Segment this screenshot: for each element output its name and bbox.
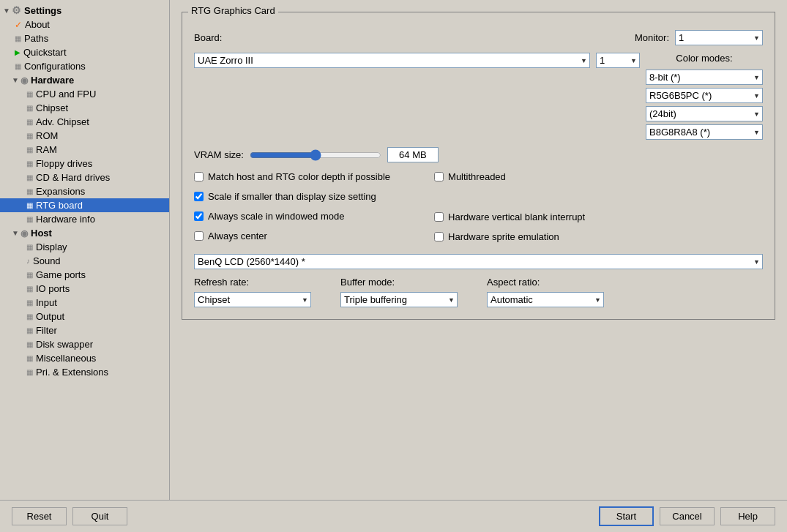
sidebar-item-cd[interactable]: ▦ CD & Hard drives <box>0 171 169 184</box>
hwinfo-icon: ▦ <box>26 215 33 223</box>
sidebar-item-input[interactable]: ▦ Input <box>0 296 169 310</box>
sidebar-item-about[interactable]: ✓ About <box>0 18 169 31</box>
content-area: RTG Graphics Card Board: Monitor: 1 UAE … <box>170 0 787 500</box>
display-select[interactable]: BenQ LCD (2560*1440) * <box>194 254 763 269</box>
sidebar-group-hardware[interactable]: ▼ ◉ Hardware <box>0 73 169 87</box>
buffer-select-wrapper: No buffer Single buffer Double buffering… <box>340 292 458 307</box>
checkbox-always-center[interactable] <box>194 231 204 241</box>
checkbox-hw-sprite[interactable] <box>434 232 444 241</box>
sidebar-group-host-label: Host <box>31 228 52 239</box>
checkbox-match-host-label: Match host and RTG color depth if possib… <box>208 171 390 182</box>
sidebar-item-adv-chipset[interactable]: ▦ Adv. Chipset <box>0 115 169 129</box>
settings-icon: ⚙ <box>12 4 21 16</box>
color-mode-4-select[interactable]: B8G8R8A8 (*) <box>646 124 763 140</box>
cpu-icon: ▦ <box>26 90 33 98</box>
sidebar-item-floppy[interactable]: ▦ Floppy drives <box>0 157 169 171</box>
checkbox-hw-sprite-label: Hardware sprite emulation <box>448 231 559 242</box>
output-icon: ▦ <box>26 312 33 321</box>
color-mode-2-select[interactable]: R5G6B5PC (*) <box>646 88 763 103</box>
display-select-row: BenQ LCD (2560*1440) * <box>194 254 763 269</box>
aspect-select[interactable]: Automatic None 4:3 16:9 <box>487 292 604 307</box>
sidebar-item-disk-swapper[interactable]: ▦ Disk swapper <box>0 337 169 351</box>
sidebar-item-quickstart[interactable]: ▶ Quickstart <box>0 45 169 59</box>
checkbox-scale-smaller-label: Scale if smaller than display size setti… <box>208 191 376 202</box>
sidebar-settings-header[interactable]: ▼ ⚙ Settings <box>0 3 169 18</box>
start-button[interactable]: Start <box>599 506 654 526</box>
cancel-button[interactable]: Cancel <box>660 507 715 525</box>
host-icon: ◉ <box>20 228 28 239</box>
help-button[interactable]: Help <box>720 507 775 525</box>
about-icon: ✓ <box>15 20 22 30</box>
color-mode-1-select[interactable]: 8-bit (*) <box>646 70 763 85</box>
monitor-select[interactable]: 1 <box>675 30 763 45</box>
checkbox-match-host[interactable] <box>194 172 204 181</box>
sidebar-item-output[interactable]: ▦ Output <box>0 310 169 323</box>
aspect-select-wrapper: Automatic None 4:3 16:9 <box>487 292 604 307</box>
color-mode-1-wrapper: 8-bit (*) <box>646 70 763 85</box>
aspect-label: Aspect ratio: <box>487 277 604 288</box>
sidebar-item-misc[interactable]: ▦ Miscellaneous <box>0 351 169 365</box>
sidebar-item-gameports[interactable]: ▦ Game ports <box>0 268 169 282</box>
board-label: Board: <box>194 32 222 43</box>
refresh-label: Refresh rate: <box>194 277 311 288</box>
expansions-icon: ▦ <box>26 187 33 195</box>
buffer-select[interactable]: No buffer Single buffer Double buffering… <box>340 292 458 307</box>
quit-button[interactable]: Quit <box>72 507 127 525</box>
sidebar-item-rtg[interactable]: ▦ RTG board <box>0 198 169 212</box>
checkbox-always-scale[interactable] <box>194 211 204 221</box>
monitor2-select[interactable]: 1 <box>596 53 640 68</box>
pri-icon: ▦ <box>26 368 33 376</box>
vram-slider[interactable] <box>250 149 381 161</box>
sidebar-item-cpu[interactable]: ▦ CPU and FPU <box>0 87 169 101</box>
cd-icon: ▦ <box>26 173 33 181</box>
checkbox-hw-vblank[interactable] <box>434 212 444 222</box>
sidebar-item-configurations[interactable]: ▦ Configurations <box>0 59 169 73</box>
board-select[interactable]: UAE Zorro III <box>194 53 590 68</box>
sidebar-item-chipset-label: Chipset <box>36 102 68 113</box>
board-select-wrapper: UAE Zorro III <box>194 53 590 68</box>
checkbox-multithreaded[interactable] <box>434 172 444 181</box>
sidebar-item-io-label: IO ports <box>36 283 70 294</box>
misc-icon: ▦ <box>26 354 33 362</box>
sidebar-item-hwinfo-label: Hardware info <box>36 214 95 225</box>
checkbox-always-scale-row: Always scale in windowed mode <box>194 211 390 222</box>
host-arrow: ▼ <box>12 229 20 237</box>
sidebar-item-expansions[interactable]: ▦ Expansions <box>0 184 169 198</box>
checkbox-hw-vblank-label: Hardware vertical blank interrupt <box>448 211 585 222</box>
sidebar-item-io[interactable]: ▦ IO ports <box>0 282 169 296</box>
sidebar-item-gameports-label: Game ports <box>36 269 86 280</box>
settings-label: Settings <box>24 5 61 16</box>
sidebar-item-cd-label: CD & Hard drives <box>36 172 110 183</box>
checkbox-always-center-row: Always center <box>194 231 390 241</box>
reset-button[interactable]: Reset <box>12 507 67 525</box>
checkbox-multithreaded-label: Multithreaded <box>448 171 506 182</box>
sidebar-item-chipset[interactable]: ▦ Chipset <box>0 101 169 115</box>
color-mode-3-select[interactable]: (24bit) <box>646 106 763 121</box>
bottom-bar: Reset Quit Start Cancel Help <box>0 500 787 532</box>
monitor-select-wrapper: 1 <box>675 30 763 45</box>
checkbox-scale-smaller-row: Scale if smaller than display size setti… <box>194 191 390 202</box>
sidebar-item-rtg-label: RTG board <box>36 200 83 211</box>
ram-icon: ▦ <box>26 146 33 154</box>
refresh-select[interactable]: Chipset 50Hz 60Hz 75Hz 100Hz <box>194 292 311 307</box>
color-mode-2-wrapper: R5G6B5PC (*) <box>646 88 763 103</box>
checkbox-match-host-row: Match host and RTG color depth if possib… <box>194 171 390 182</box>
color-modes-label: Color modes: <box>676 53 732 64</box>
sidebar-item-paths[interactable]: ▦ Paths <box>0 31 169 45</box>
checkbox-always-scale-label: Always scale in windowed mode <box>208 211 344 222</box>
sidebar-item-filter[interactable]: ▦ Filter <box>0 323 169 337</box>
sidebar-item-pri[interactable]: ▦ Pri. & Extensions <box>0 365 169 379</box>
filter-icon: ▦ <box>26 326 33 334</box>
sidebar-item-ram[interactable]: ▦ RAM <box>0 143 169 157</box>
checkbox-scale-smaller[interactable] <box>194 192 204 201</box>
sidebar-item-display[interactable]: ▦ Display <box>0 240 169 254</box>
checkbox-always-center-label: Always center <box>208 231 267 241</box>
paths-icon: ▦ <box>15 34 21 42</box>
io-icon: ▦ <box>26 285 33 293</box>
sidebar-group-host[interactable]: ▼ ◉ Host <box>0 226 169 240</box>
sidebar: ▼ ⚙ Settings ✓ About ▦ Paths ▶ Quickstar… <box>0 0 170 500</box>
sidebar-item-rom[interactable]: ▦ ROM <box>0 129 169 143</box>
sidebar-item-hwinfo[interactable]: ▦ Hardware info <box>0 212 169 226</box>
sidebar-item-sound[interactable]: ♪ Sound <box>0 254 169 268</box>
hardware-arrow: ▼ <box>12 76 20 84</box>
